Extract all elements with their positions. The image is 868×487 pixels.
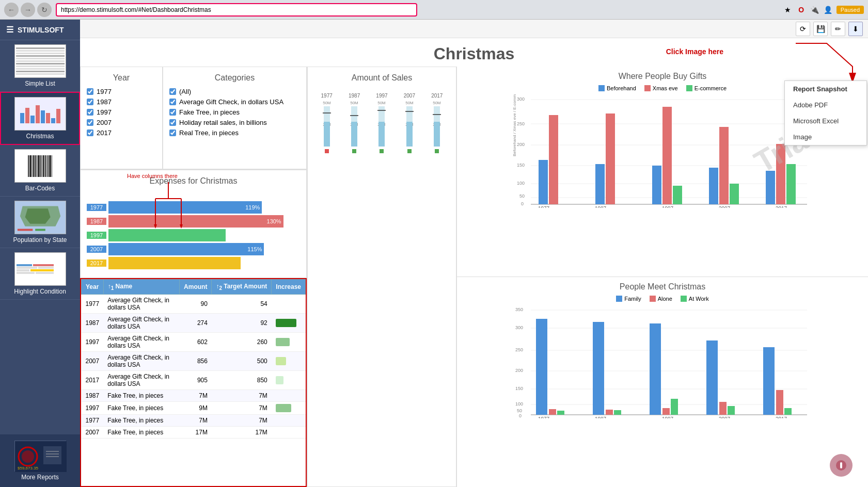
meet-legend: Family Alone At Work: [462, 296, 863, 302]
cat-holiday-checkbox[interactable]: Holiday retail sales, in billions: [169, 119, 300, 126]
meet-title: People Meet Christmas: [462, 282, 863, 291]
bullet-1977: 1977 50M 25M 56: [321, 93, 333, 172]
year-panel: Year 1977 1987 1997: [80, 67, 163, 169]
profile-icon[interactable]: 👤: [823, 5, 833, 15]
dropdown-adobe-pdf[interactable]: Adobe PDF: [785, 97, 866, 113]
th-year[interactable]: Year: [82, 280, 104, 295]
svg-text:1997: 1997: [662, 206, 674, 208]
dropdown-microsoft-excel[interactable]: Microsoft Excel: [785, 113, 866, 129]
table-cell-name: Average Gift Check, in dollars USA: [103, 314, 179, 333]
svg-rect-28: [351, 106, 357, 122]
forward-button[interactable]: →: [21, 3, 35, 17]
scroll-indicator[interactable]: [830, 454, 853, 477]
svg-rect-22: [324, 122, 330, 147]
th-target[interactable]: ↑2 Target Amount: [212, 280, 272, 295]
th-name[interactable]: ↑1 Name: [103, 280, 179, 295]
svg-text:2007: 2007: [719, 416, 731, 418]
svg-text:250: 250: [517, 121, 525, 126]
table-cell-name: Fake Tree, in pieces: [103, 427, 179, 439]
back-button[interactable]: ←: [4, 3, 19, 17]
expenses-bar-1987: 130%: [108, 215, 283, 228]
browser-bar: ← → ↻ ★ O 🔌 👤 Paused: [0, 0, 868, 20]
table-cell-target: 54: [212, 295, 272, 314]
table-cell-increase: [272, 390, 306, 402]
click-image-annotation: Click Image here: [666, 47, 723, 56]
svg-rect-43: [406, 122, 413, 147]
svg-point-5: [22, 450, 34, 463]
svg-rect-2: [35, 229, 45, 231]
sidebar-item-bar-codes[interactable]: Bar-Codes: [0, 145, 80, 197]
expenses-bar-2017: [108, 257, 241, 269]
th-amount[interactable]: Amount: [180, 280, 212, 295]
url-bar[interactable]: [56, 3, 417, 17]
year-1997-checkbox[interactable]: 1997: [87, 108, 156, 116]
sidebar-label-population: Population by State: [13, 236, 67, 244]
save-tool-button[interactable]: 💾: [813, 22, 828, 36]
amount-panel: Amount of Sales 1977 50M 25M 56: [307, 67, 456, 487]
sidebar-item-population[interactable]: Population by State: [0, 197, 80, 248]
sidebar-item-simple-list[interactable]: Simple List: [0, 40, 80, 92]
table-cell-increase: [272, 314, 306, 333]
svg-rect-6: [43, 446, 61, 464]
svg-rect-76: [719, 127, 729, 204]
year-1977-checkbox[interactable]: 1977: [87, 88, 156, 95]
cat-all-checkbox[interactable]: (All): [169, 88, 300, 95]
dropdown-report-snapshot[interactable]: Report Snapshot: [785, 81, 866, 97]
svg-rect-110: [671, 399, 678, 415]
svg-rect-36: [378, 122, 385, 147]
table-row: 1997Average Gift Check, in dollars USA60…: [82, 333, 306, 352]
cat-avgift-checkbox[interactable]: Average Gift Check, in dollars USA: [169, 98, 300, 106]
cat-all-label: (All): [179, 88, 191, 95]
cat-realtree-checkbox[interactable]: Real Tree, in pieces: [169, 129, 300, 137]
svg-rect-23: [325, 149, 329, 153]
refresh-tool-button[interactable]: ⟳: [796, 22, 810, 36]
year-2007-checkbox[interactable]: 2007: [87, 119, 156, 126]
svg-rect-29: [351, 122, 357, 147]
legend-alone-label: Alone: [658, 296, 672, 302]
content-area: ⟳ 💾 ✏ ⬇ Christmas Click Image here: [80, 20, 868, 487]
table-cell-increase: [272, 371, 306, 390]
cat-faketree-checkbox[interactable]: Fake Tree, in pieces: [169, 108, 300, 116]
refresh-button[interactable]: ↻: [37, 3, 52, 17]
hamburger-icon[interactable]: ☰: [6, 25, 13, 35]
svg-point-125: [840, 463, 842, 465]
sidebar-footer: $59,673.35 More Reports: [0, 434, 80, 487]
more-reports-label[interactable]: More Reports: [21, 474, 59, 481]
table-cell-amount: 856: [180, 352, 212, 371]
table-row: 2007Average Gift Check, in dollars USA85…: [82, 352, 306, 371]
paused-badge: Paused: [837, 6, 864, 14]
svg-rect-116: [784, 408, 792, 415]
table-cell-year: 1997: [82, 333, 104, 352]
svg-rect-108: [650, 323, 661, 415]
svg-rect-107: [614, 410, 621, 415]
cat-avgift-label: Average Gift Check, in dollars USA: [179, 98, 283, 106]
svg-rect-73: [662, 107, 672, 204]
th-increase[interactable]: Increase: [272, 280, 306, 295]
edit-tool-button[interactable]: ✏: [831, 22, 845, 36]
svg-rect-109: [662, 408, 670, 415]
year-2017-checkbox[interactable]: 2017: [87, 129, 156, 137]
table-cell-amount: 274: [180, 314, 212, 333]
table-cell-target: 7M: [212, 390, 272, 402]
sidebar-item-christmas[interactable]: Christmas: [0, 92, 80, 145]
svg-rect-72: [652, 166, 661, 204]
cat-realtree-label: Real Tree, in pieces: [179, 129, 239, 137]
data-table-container[interactable]: Year ↑1 Name Amount ↑2 Target Amount Inc…: [80, 278, 307, 487]
expenses-bar-1997: [108, 229, 226, 241]
more-reports-svg: $59,673.35: [15, 441, 67, 472]
year-1987-checkbox[interactable]: 1987: [87, 98, 156, 106]
report-snapshot-label: Report Snapshot: [793, 85, 847, 93]
dropdown-image[interactable]: Image: [785, 129, 866, 145]
table-cell-increase: [272, 427, 306, 439]
export-tool-button[interactable]: ⬇: [848, 22, 863, 36]
table-row: 1987Fake Tree, in pieces7M7M: [82, 390, 306, 402]
image-label: Image: [793, 133, 812, 141]
sidebar-item-highlight[interactable]: Highlight Condition: [0, 248, 80, 300]
opera-icon[interactable]: O: [796, 5, 807, 15]
svg-text:50M: 50M: [378, 101, 386, 105]
legend-ecommerce-label: E-commerce: [695, 85, 727, 91]
browser-nav-buttons[interactable]: ← → ↻: [4, 3, 52, 17]
star-icon[interactable]: ★: [783, 5, 793, 15]
ext-icon[interactable]: 🔌: [810, 5, 820, 15]
svg-text:100: 100: [515, 401, 523, 407]
